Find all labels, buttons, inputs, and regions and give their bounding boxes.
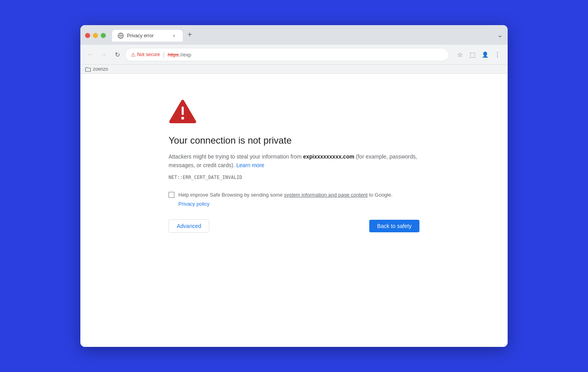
bookmarks-bar: zoenzo	[80, 65, 508, 74]
window-maximize-icon[interactable]: ⌄	[497, 31, 503, 39]
new-tab-button[interactable]: +	[184, 29, 195, 40]
url-strikethrough: https	[168, 52, 179, 58]
back-to-safety-button[interactable]: Back to safety	[369, 220, 419, 232]
checkbox-row: Help improve Safe Browsing by sending so…	[169, 191, 392, 199]
error-title: Your connection is not private	[169, 135, 292, 146]
tab-favicon-icon	[118, 33, 124, 39]
profile-icon[interactable]: 👤	[479, 49, 490, 60]
menu-icon[interactable]: ⋮	[492, 49, 503, 60]
warning-triangle-icon	[169, 97, 197, 126]
maximize-button[interactable]	[101, 33, 106, 38]
sidebar-icon[interactable]: ⬚	[467, 49, 478, 60]
content-area: Your connection is not private Attackers…	[80, 74, 508, 347]
warning-icon: ⚠	[131, 52, 136, 58]
toolbar-icons: ☆ ⬚ 👤 ⋮	[454, 49, 503, 60]
address-url: https://exp	[168, 52, 191, 58]
error-description: Attackers might be trying to steal your …	[169, 152, 419, 170]
error-icon	[169, 97, 197, 127]
tab-close-button[interactable]: ×	[171, 33, 177, 39]
minimize-button[interactable]	[93, 33, 98, 38]
tab-bar: Privacy error × + ⌄	[112, 29, 503, 42]
system-info-link[interactable]: system information and page content	[284, 192, 368, 198]
title-bar: Privacy error × + ⌄	[80, 25, 508, 45]
action-buttons: Advanced Back to safety	[169, 219, 419, 233]
not-secure-label: Not secure	[137, 52, 160, 57]
browser-window: Privacy error × + ⌄ ←	[80, 25, 508, 347]
safe-browsing-checkbox[interactable]	[169, 192, 174, 198]
forward-button[interactable]: →	[98, 49, 109, 60]
description-prefix: Attackers might be trying to steal your …	[169, 153, 303, 160]
bookmark-folder[interactable]: zoenzo	[85, 66, 108, 72]
bookmark-icon[interactable]: ☆	[454, 49, 465, 60]
title-bar-top: Privacy error × + ⌄	[85, 29, 503, 42]
safe-browsing-label: Help improve Safe Browsing by sending so…	[178, 191, 392, 199]
not-secure-badge: ⚠ Not secure	[131, 52, 160, 58]
learn-more-link[interactable]: Learn more	[236, 162, 265, 168]
close-button[interactable]	[85, 33, 90, 38]
advanced-button[interactable]: Advanced	[169, 219, 209, 233]
privacy-policy-link[interactable]: Privacy policy	[178, 201, 392, 207]
address-bar[interactable]: ⚠ Not secure | https://exp	[125, 48, 449, 61]
desktop: Privacy error × + ⌄ ←	[0, 0, 588, 372]
folder-icon	[85, 67, 91, 72]
active-tab[interactable]: Privacy error ×	[112, 30, 183, 42]
svg-rect-4	[181, 106, 183, 115]
toolbar: ← → ↻ ⚠ Not secure | https://exp	[80, 45, 508, 65]
error-page: Your connection is not private Attackers…	[169, 97, 419, 233]
error-code: NET::ERR_CERT_DATE_INVALID	[169, 175, 242, 180]
url-rest: ://exp	[179, 52, 191, 58]
bookmark-folder-label: zoenzo	[93, 66, 108, 72]
reload-button[interactable]: ↻	[112, 49, 123, 60]
safe-browsing-section: Help improve Safe Browsing by sending so…	[169, 191, 392, 207]
address-separator: |	[163, 51, 165, 58]
tab-title: Privacy error	[127, 33, 168, 38]
domain: expixxxxxxxxx.com	[303, 153, 354, 160]
svg-point-5	[181, 117, 184, 120]
back-button[interactable]: ←	[85, 49, 96, 60]
traffic-lights	[85, 33, 106, 38]
